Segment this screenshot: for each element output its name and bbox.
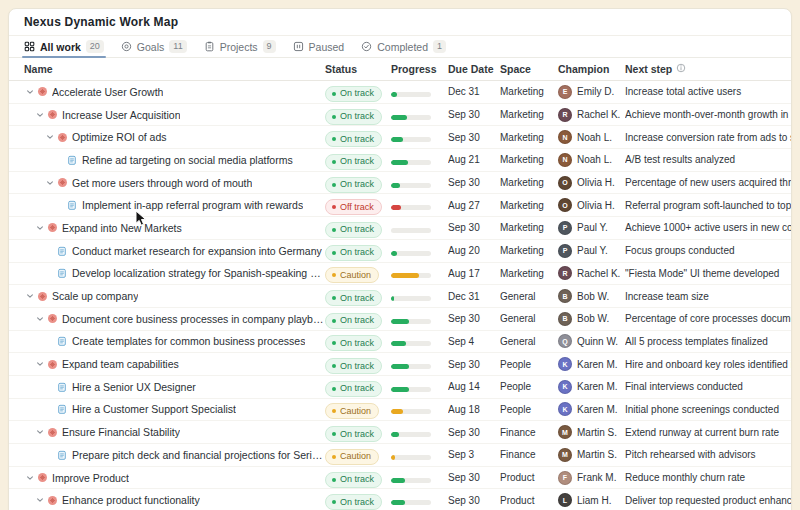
chevron-down-icon[interactable] (34, 315, 46, 323)
goal-target-icon (36, 292, 48, 301)
champion-name: Karen M. (577, 359, 618, 370)
tab-paused[interactable]: Paused (293, 36, 345, 57)
progress-bar (391, 296, 431, 301)
chevron-down-icon[interactable] (24, 292, 36, 300)
target-icon (121, 41, 132, 52)
tab-completed[interactable]: Completed 1 (361, 36, 446, 57)
table-row[interactable]: Document core business processes in comp… (9, 308, 791, 331)
next-step: Pitch rehearsed with advisors (625, 449, 791, 460)
table-row[interactable]: Implement in-app referral program with r… (9, 194, 791, 217)
status-label: On track (340, 316, 374, 325)
status-badge: On track (325, 222, 382, 238)
status-dot-icon (332, 319, 336, 323)
status-dot-icon (332, 478, 336, 482)
next-step: Increase conversion rate from ads to sig… (625, 132, 791, 143)
avatar: P (558, 244, 572, 258)
table-row[interactable]: Improve Product On track Sep 30 Product … (9, 467, 791, 490)
tab-goals[interactable]: Goals 11 (121, 36, 187, 57)
due-date: Dec 31 (448, 86, 500, 97)
status-label: On track (340, 498, 374, 507)
due-date: Sep 30 (448, 427, 500, 438)
table-row[interactable]: Scale up company On track Dec 31 General… (9, 285, 791, 308)
chevron-down-icon[interactable] (44, 179, 56, 187)
chevron-down-icon[interactable] (34, 360, 46, 368)
space: People (500, 404, 558, 415)
champion-name: Paul Y. (577, 245, 608, 256)
chevron-down-icon[interactable] (44, 133, 56, 141)
table-row[interactable]: Increase User Acquisition On track Sep 3… (9, 104, 791, 127)
chevron-down-icon[interactable] (34, 224, 46, 232)
table-row[interactable]: Optimize ROI of ads On track Sep 30 Mark… (9, 126, 791, 149)
next-step: Initial phone screenings conducted (625, 404, 791, 415)
status-label: On track (340, 362, 374, 371)
row-title: Accelerate User Growth (52, 86, 163, 98)
next-step: Final interviews conducted (625, 381, 791, 392)
due-date: Aug 27 (448, 200, 500, 211)
next-step: A/B test results analyzed (625, 154, 791, 165)
next-step: Extend runway at current burn rate (625, 427, 791, 438)
next-step: Percentage of core processes documented (625, 313, 791, 324)
row-title: Expand into New Markets (62, 222, 182, 234)
table-row[interactable]: Conduct market research for expansion in… (9, 240, 791, 263)
space: Marketing (500, 86, 558, 97)
row-title: Enhance product functionality (62, 494, 200, 506)
status-label: On track (340, 339, 374, 348)
row-title: Increase User Acquisition (62, 109, 180, 121)
status-dot-icon (332, 137, 336, 141)
title-bar: Nexus Dynamic Work Map (9, 9, 791, 36)
row-title: Conduct market research for expansion in… (72, 245, 322, 257)
tab-projects[interactable]: Projects 9 (204, 36, 276, 57)
due-date: Sep 30 (448, 495, 500, 506)
chevron-down-icon[interactable] (34, 496, 46, 504)
due-date: Sep 30 (448, 472, 500, 483)
chevron-down-icon[interactable] (34, 428, 46, 436)
table-row[interactable]: Hire a Senior UX Designer On track Aug 1… (9, 376, 791, 399)
table-row[interactable]: Hire a Customer Support Specialist Cauti… (9, 399, 791, 422)
progress-bar-fill (391, 183, 400, 188)
champion-name: Martin S. (577, 449, 617, 460)
champion-name: Rachel K. (577, 268, 620, 279)
avatar: O (558, 176, 572, 190)
tab-label: Paused (309, 41, 345, 53)
table-row[interactable]: Create templates for common business pro… (9, 331, 791, 354)
table-row[interactable]: Refine ad targeting on social media plat… (9, 149, 791, 172)
goal-target-icon (46, 428, 58, 437)
table-row[interactable]: Develop localization strategy for Spanis… (9, 263, 791, 286)
indent-spacer (24, 227, 34, 228)
due-date: Aug 18 (448, 404, 500, 415)
row-title: Develop localization strategy for Spanis… (72, 267, 325, 279)
chevron-down-icon[interactable] (24, 474, 36, 482)
due-date: Sep 4 (448, 336, 500, 347)
progress-bar-fill (391, 115, 407, 120)
status-badge: Caution (325, 403, 379, 419)
progress-bar (391, 364, 431, 369)
table-row[interactable]: Expand team capabilities On track Sep 30… (9, 353, 791, 376)
status-badge: On track (325, 494, 382, 510)
space: Marketing (500, 132, 558, 143)
indent-spacer (24, 432, 34, 433)
table-row[interactable]: Expand into New Markets On track Sep 30 … (9, 217, 791, 240)
status-badge: On track (325, 358, 382, 374)
table-row[interactable]: Enhance product functionality On track S… (9, 489, 791, 510)
table-row[interactable]: Get more users through word of mouth On … (9, 172, 791, 195)
progress-bar-fill (391, 205, 401, 210)
avatar: Q (558, 334, 572, 348)
table-row[interactable]: Accelerate User Growth On track Dec 31 M… (9, 81, 791, 104)
chevron-down-icon[interactable] (24, 88, 36, 96)
indent-spacer (24, 137, 44, 138)
tab-all-work[interactable]: All work 20 (24, 36, 104, 57)
avatar: B (558, 312, 572, 326)
table-row[interactable]: Prepare pitch deck and financial project… (9, 444, 791, 467)
space: Product (500, 472, 558, 483)
champion-name: Liam H. (577, 495, 611, 506)
progress-bar-fill (391, 364, 409, 369)
info-icon[interactable] (676, 63, 686, 75)
next-step: Achieve month-over-month growth in new .… (625, 109, 791, 120)
chevron-down-icon[interactable] (34, 111, 46, 119)
next-step: "Fiesta Mode" UI theme developed (625, 268, 791, 279)
table-row[interactable]: Ensure Financial Stability On track Sep … (9, 421, 791, 444)
status-label: On track (340, 157, 374, 166)
progress-bar-fill (391, 137, 403, 142)
progress-bar-fill (391, 478, 405, 483)
column-header-name: Name (9, 63, 325, 75)
